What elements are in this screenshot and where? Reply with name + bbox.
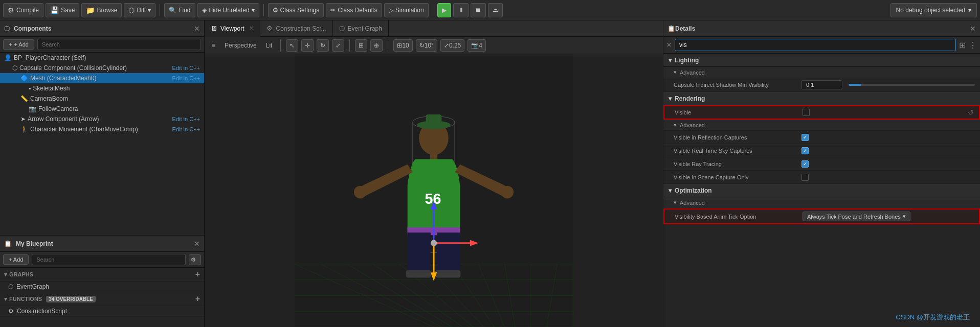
camera-speed-display[interactable]: 📷 4 bbox=[467, 39, 486, 52]
tab-construction[interactable]: ⚙ Construction Scr... bbox=[260, 20, 332, 37]
surface-tool[interactable]: ⊞ bbox=[355, 39, 367, 52]
graphs-add-icon[interactable]: + bbox=[195, 270, 200, 279]
scene-capture-only-checkbox[interactable] bbox=[801, 174, 809, 181]
tree-item-7[interactable]: 🚶 Character Movement (CharMoveComp) Edit… bbox=[0, 124, 204, 134]
stop-button[interactable]: ⏹ bbox=[471, 3, 486, 17]
perspective-button[interactable]: Perspective bbox=[221, 41, 260, 50]
tree-item-6[interactable]: ➤ Arrow Component (Arrow) Edit in C++ bbox=[0, 114, 204, 124]
anim-tick-value: Always Tick Pose and Refresh Bones ▾ bbox=[803, 212, 974, 221]
anim-tick-dropdown[interactable]: Always Tick Pose and Refresh Bones ▾ bbox=[803, 212, 910, 221]
pause-button[interactable]: ⏸ bbox=[453, 3, 469, 17]
tree-edit-1[interactable]: Edit in C++ bbox=[172, 65, 200, 71]
scale-display[interactable]: ⤢ 0.25 bbox=[440, 39, 464, 52]
tree-edit-6[interactable]: Edit in C++ bbox=[172, 116, 200, 122]
tab-viewport[interactable]: 🖥 Viewport ✕ bbox=[205, 20, 260, 37]
scale-tool[interactable]: ⤢ bbox=[332, 39, 344, 52]
realtime-sky-checkbox[interactable]: ✓ bbox=[801, 147, 809, 154]
tree-item-5[interactable]: 📷 FollowCamera bbox=[0, 104, 204, 114]
play-button[interactable]: ▶ bbox=[437, 3, 451, 17]
compile-button[interactable]: ⚙ Compile bbox=[3, 3, 43, 17]
tree-item-3[interactable]: ▪ SkeletalMesh bbox=[0, 83, 204, 94]
ray-tracing-value: ✓ bbox=[801, 160, 975, 168]
reflection-captures-checkbox[interactable]: ✓ bbox=[801, 134, 809, 141]
tree-edit-7[interactable]: Edit in C++ bbox=[172, 126, 200, 132]
volume-tool[interactable]: ⊕ bbox=[370, 39, 383, 52]
blueprint-add-button[interactable]: + Add bbox=[3, 254, 29, 265]
blueprint-search-input[interactable] bbox=[32, 254, 186, 265]
optimization-advanced-header[interactable]: ▾ Advanced bbox=[663, 197, 980, 208]
rotation-display[interactable]: ↻ 10° bbox=[416, 39, 437, 52]
save-button[interactable]: 💾 Save bbox=[46, 3, 79, 17]
pause-icon: ⏸ bbox=[458, 7, 464, 14]
simulation-button[interactable]: ▷ Simulation bbox=[384, 3, 429, 17]
optimization-section-header[interactable]: ▾ Optimization bbox=[663, 184, 980, 197]
blueprint-header: 📋 My Blueprint ✕ bbox=[0, 236, 204, 252]
lighting-advanced-header[interactable]: ▾ Advanced bbox=[663, 67, 980, 78]
tree-label-2: Mesh (CharacterMesh0) bbox=[30, 75, 96, 82]
event-graph-item[interactable]: ⬡ EventGraph bbox=[0, 282, 204, 292]
realtime-sky-label: Visible Real Time Sky Captures bbox=[669, 148, 801, 154]
tree-item-2[interactable]: 🔷 Mesh (CharacterMesh0) Edit in C++ bbox=[0, 73, 204, 83]
diff-button[interactable]: ⬡ Diff ▾ bbox=[124, 3, 155, 17]
browse-button[interactable]: 📁 Browse bbox=[81, 3, 122, 17]
capsule-indirect-number[interactable]: 0.1 bbox=[801, 80, 842, 89]
select-tool[interactable]: ↖ bbox=[286, 39, 298, 52]
components-add-button[interactable]: + + Add bbox=[3, 39, 34, 50]
lighting-chevron: ▾ bbox=[669, 57, 672, 64]
find-button[interactable]: 🔍 Find bbox=[164, 3, 195, 17]
scene-capture-only-row: Visible In Scene Capture Only bbox=[663, 171, 980, 184]
vp-sep-3 bbox=[388, 39, 388, 52]
capsule-indirect-label: Capsule Indirect Shadow Min Visibility bbox=[669, 82, 801, 88]
lighting-section-header[interactable]: ▾ Lighting bbox=[663, 54, 980, 67]
details-search-input[interactable] bbox=[675, 39, 956, 51]
search-clear-button[interactable]: ✕ bbox=[666, 41, 672, 49]
hamburger-button[interactable]: ≡ bbox=[209, 41, 218, 50]
ray-tracing-checkbox[interactable]: ✓ bbox=[801, 160, 809, 168]
components-search-input[interactable] bbox=[37, 39, 201, 50]
components-panel-header: ⬡ Components ✕ bbox=[0, 20, 204, 37]
tree-item-1[interactable]: ⬡ Capsule Component (CollisionCylinder) … bbox=[0, 63, 204, 73]
class-settings-button[interactable]: ⚙ Class Settings bbox=[268, 3, 324, 17]
hide-label: Hide Unrelated bbox=[209, 7, 250, 14]
tree-item-4[interactable]: 📏 CameraBoom bbox=[0, 94, 204, 104]
blueprint-icon: 📋 bbox=[4, 240, 12, 247]
character-svg: 56 bbox=[205, 54, 663, 327]
scene-capture-only-value bbox=[801, 174, 975, 181]
functions-add-icon[interactable]: + bbox=[195, 294, 200, 303]
rendering-section-header[interactable]: ▾ Rendering bbox=[663, 92, 980, 105]
capsule-indirect-slider[interactable] bbox=[849, 84, 975, 86]
components-panel: ⬡ Components ✕ + + Add 👤 BP_PlayerCharac… bbox=[0, 20, 204, 235]
debug-dropdown[interactable]: No debug object selected ▾ bbox=[890, 3, 977, 17]
lit-button[interactable]: Lit bbox=[263, 41, 276, 50]
class-defaults-button[interactable]: ✏ Class Defaults bbox=[326, 3, 382, 17]
viewport-tab-close[interactable]: ✕ bbox=[249, 25, 254, 32]
visible-checkbox[interactable] bbox=[803, 109, 810, 116]
components-close-button[interactable]: ✕ bbox=[194, 25, 200, 33]
scale-icon: ⤢ bbox=[444, 42, 449, 49]
components-toolbar: + + Add bbox=[0, 37, 204, 53]
eject-button[interactable]: ⏏ bbox=[488, 3, 503, 17]
details-settings-button[interactable]: ⋮ bbox=[969, 40, 977, 50]
settings-icon: ⚙ bbox=[191, 256, 196, 263]
blueprint-close-button[interactable]: ✕ bbox=[194, 240, 200, 248]
translate-tool[interactable]: ✛ bbox=[301, 39, 314, 52]
lit-label: Lit bbox=[266, 42, 273, 49]
construction-script-item[interactable]: ⚙ ConstructionScript bbox=[0, 306, 204, 317]
visible-row: Visible ↺ bbox=[663, 105, 980, 120]
grid-value: 10 bbox=[402, 42, 409, 49]
hide-icon: ◈ bbox=[202, 7, 207, 14]
details-grid-view-button[interactable]: ⊞ bbox=[959, 40, 966, 50]
details-close-button[interactable]: ✕ bbox=[970, 25, 976, 33]
blueprint-settings-button[interactable]: ⚙ bbox=[189, 254, 201, 265]
tree-edit-2[interactable]: Edit in C++ bbox=[172, 75, 200, 81]
anim-tick-label: Visibility Based Anim Tick Option bbox=[670, 214, 803, 220]
rendering-advanced-header[interactable]: ▾ Advanced bbox=[663, 120, 980, 131]
tab-event-graph[interactable]: ⬡ Event Graph bbox=[333, 20, 389, 37]
grid-size-display[interactable]: ⊞ 10 bbox=[393, 39, 412, 52]
tree-item-0[interactable]: 👤 BP_PlayerCharacter (Self) bbox=[0, 53, 204, 63]
browse-icon: 📁 bbox=[86, 6, 95, 14]
rotate-tool[interactable]: ↻ bbox=[317, 39, 329, 52]
hide-unrelated-button[interactable]: ◈ Hide Unrelated ▾ bbox=[197, 3, 259, 17]
viewport-canvas[interactable]: 56 bbox=[205, 54, 663, 327]
visible-reset-button[interactable]: ↺ bbox=[968, 108, 974, 116]
